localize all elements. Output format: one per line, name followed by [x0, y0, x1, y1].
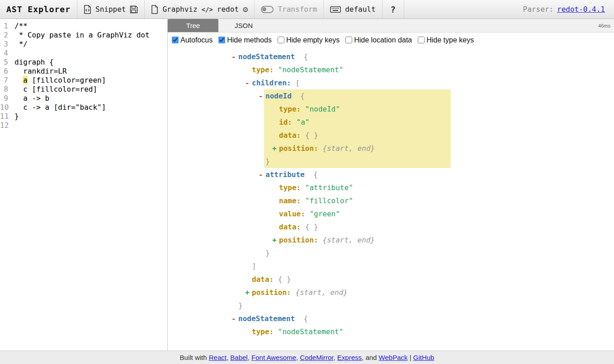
- code-text: digraph {: [12, 58, 54, 67]
- tree-row[interactable]: data: { }: [168, 220, 614, 233]
- node-key: data:: [279, 131, 301, 140]
- line-number: 8: [0, 85, 12, 94]
- expand-toggle[interactable]: +: [272, 142, 279, 155]
- tree-row[interactable]: name: "fillcolor": [168, 194, 614, 207]
- save-icon[interactable]: [130, 5, 138, 14]
- category-button[interactable]: Graphviz: [162, 5, 197, 14]
- code-segment: [fillcolor=green]: [28, 76, 106, 84]
- tree-row[interactable]: data: { }: [168, 129, 614, 142]
- footer-link-font-awesome[interactable]: Font Awesome: [251, 354, 296, 361]
- node-key: nodeStatement: [238, 52, 295, 61]
- code-text: [12, 49, 14, 58]
- checkbox-hide-type-keys[interactable]: [418, 37, 425, 43]
- tree-row[interactable]: }: [168, 155, 614, 168]
- tree-row[interactable]: +position: {start, end}: [168, 233, 614, 247]
- tree-row[interactable]: }: [168, 247, 614, 260]
- open-bracket: {: [295, 52, 308, 61]
- tab-tree[interactable]: Tree: [168, 19, 218, 32]
- parse-time: 46ms: [598, 23, 614, 28]
- footer-credits: Built with React, Babel, Font Awesome, C…: [180, 354, 435, 361]
- option-label: Hide location data: [354, 36, 412, 44]
- tree-row[interactable]: +position: {start, end}: [168, 286, 614, 299]
- tree-row[interactable]: +position: {start, end}: [168, 142, 614, 155]
- node-value: { }: [301, 131, 318, 140]
- transform-group: Transform: [255, 0, 324, 19]
- editor-line[interactable]: 7 a [fillcolor=green]: [0, 76, 167, 85]
- code-segment: [14, 76, 23, 84]
- parser-version-link[interactable]: redot-0.4.1: [557, 5, 605, 14]
- file-icon[interactable]: [151, 5, 158, 14]
- checkbox-hide-location-data[interactable]: [345, 37, 352, 43]
- expand-toggle[interactable]: +: [272, 233, 279, 247]
- snippet-button[interactable]: Snippet: [95, 5, 126, 14]
- tree-row[interactable]: data: { }: [168, 273, 614, 286]
- tree-row[interactable]: -nodeStatement {: [168, 50, 614, 63]
- keyboard-icon[interactable]: [330, 6, 341, 13]
- tree-row[interactable]: type: "nodeId": [168, 103, 614, 116]
- parser-button[interactable]: redot: [217, 5, 239, 14]
- gear-icon[interactable]: ⚙: [243, 5, 248, 14]
- collapse-toggle[interactable]: -: [231, 50, 238, 63]
- editor-line[interactable]: 5digraph {: [0, 58, 167, 67]
- tree-row[interactable]: type: "nodeStatement": [168, 63, 614, 76]
- code-text: a -> b: [12, 94, 49, 103]
- footer-link-react[interactable]: React: [209, 354, 227, 361]
- checkbox-autofocus[interactable]: [172, 37, 179, 43]
- editor-line[interactable]: 6 rankdir=LR: [0, 67, 167, 76]
- editor-line[interactable]: 1/**: [0, 22, 167, 31]
- tree-row[interactable]: ]: [168, 260, 614, 273]
- collapse-toggle[interactable]: -: [231, 312, 238, 325]
- tree-row[interactable]: -nodeStatement {: [168, 312, 614, 325]
- footer-link-express[interactable]: Express: [337, 354, 362, 361]
- editor-line[interactable]: 11}: [0, 112, 167, 121]
- tree-row[interactable]: -nodeId {: [168, 89, 614, 103]
- line-number: 7: [0, 76, 12, 85]
- editor-line[interactable]: 10 c -> a [dir="back"]: [0, 103, 167, 112]
- option-hide-empty-keys[interactable]: Hide empty keys: [278, 36, 340, 44]
- editor-line[interactable]: 3 */: [0, 40, 167, 49]
- footer-link-codemirror[interactable]: CodeMirror: [300, 354, 333, 361]
- code-editor[interactable]: 1/**2 * Copy paste in a GraphViz dot3 */…: [0, 19, 168, 350]
- editor-line[interactable]: 8 c [fillcolor=red]: [0, 85, 167, 94]
- option-hide-type-keys[interactable]: Hide type keys: [418, 36, 474, 44]
- option-label: Autofocus: [180, 36, 213, 44]
- collapse-toggle[interactable]: -: [245, 76, 252, 89]
- expand-toggle[interactable]: +: [245, 286, 252, 299]
- footer-text: , and: [362, 354, 379, 361]
- code-text: a [fillcolor=green]: [12, 76, 106, 85]
- checkbox-hide-methods[interactable]: [218, 37, 225, 43]
- tree-row[interactable]: type: "nodeStatement": [168, 325, 614, 338]
- tree-row[interactable]: type: "attribute": [168, 181, 614, 194]
- checkbox-hide-empty-keys[interactable]: [278, 37, 284, 43]
- tree-row[interactable]: }: [168, 299, 614, 312]
- editor-line[interactable]: 2 * Copy paste in a GraphViz dot: [0, 31, 167, 40]
- node-key: type:: [252, 65, 274, 74]
- tree-row[interactable]: id: "a": [168, 116, 614, 129]
- code-segment: * Copy paste in a GraphViz dot: [14, 31, 150, 39]
- editor-line[interactable]: 9 a -> b: [0, 94, 167, 103]
- node-value: "nodeStatement": [274, 65, 343, 74]
- option-hide-location-data[interactable]: Hide location data: [345, 36, 412, 44]
- tab-json[interactable]: JSON: [218, 19, 269, 32]
- toggle-off-icon[interactable]: [261, 6, 274, 13]
- tree-row[interactable]: -attribute {: [168, 168, 614, 181]
- tree-row[interactable]: value: "green": [168, 207, 614, 220]
- footer-link-github[interactable]: GitHub: [413, 354, 435, 361]
- editor-line[interactable]: 12: [0, 121, 167, 130]
- node-value: {start, end}: [318, 236, 375, 244]
- tree-row[interactable]: -children: [: [168, 76, 614, 89]
- footer-link-babel[interactable]: Babel: [230, 354, 247, 361]
- option-hide-methods[interactable]: Hide methods: [218, 36, 272, 44]
- help-button[interactable]: ?: [389, 5, 397, 14]
- node-key: position:: [279, 236, 318, 244]
- collapse-toggle[interactable]: -: [259, 168, 265, 181]
- option-autofocus[interactable]: Autofocus: [172, 36, 213, 44]
- file-code-icon[interactable]: [84, 5, 91, 14]
- footer-link-webpack[interactable]: WebPack: [379, 354, 408, 361]
- editor-line[interactable]: 4: [0, 49, 167, 58]
- collapse-toggle[interactable]: -: [259, 89, 265, 103]
- transform-toggle[interactable]: Transform: [278, 5, 317, 14]
- keybinding-button[interactable]: default: [345, 5, 375, 14]
- node-key: children:: [252, 79, 291, 87]
- footer: Built with React, Babel, Font Awesome, C…: [0, 350, 614, 364]
